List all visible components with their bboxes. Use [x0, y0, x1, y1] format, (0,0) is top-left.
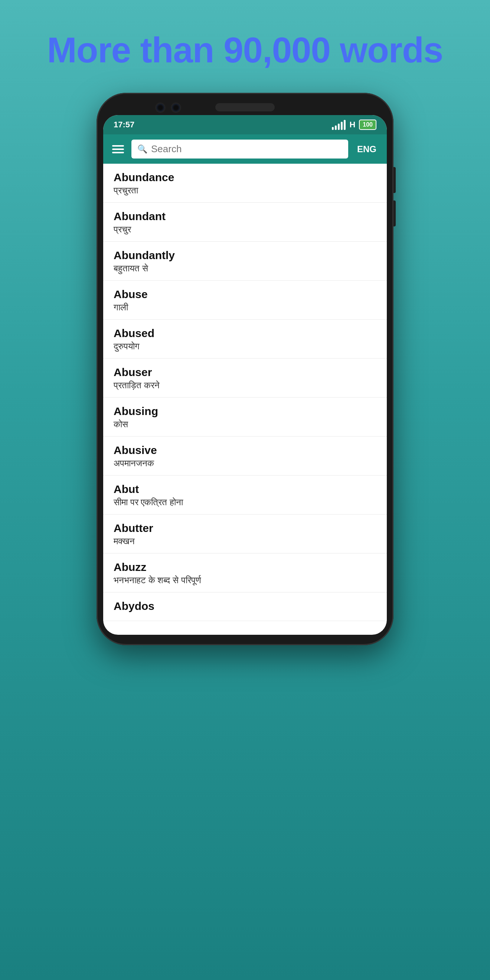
word-hindi: भनभनाहट के शब्द से परिपूर्ण: [114, 575, 376, 585]
camera-right: [171, 102, 181, 113]
word-english: Abused: [114, 327, 376, 340]
word-hindi: प्रचुरता: [114, 185, 376, 196]
word-hindi: दुरुपयोग: [114, 341, 376, 352]
search-input[interactable]: [151, 143, 342, 155]
word-hindi: प्रचुर: [114, 224, 376, 235]
signal-icon: [332, 120, 345, 130]
list-item[interactable]: Abusingकोस: [103, 398, 387, 436]
camera-left: [155, 102, 165, 113]
list-item[interactable]: Abundanceप्रचुरता: [103, 164, 387, 203]
phone-cameras: [155, 102, 181, 113]
list-item[interactable]: Abuseगाली: [103, 281, 387, 320]
list-item[interactable]: Abydos: [103, 592, 387, 621]
status-time: 17:57: [114, 120, 134, 130]
app-toolbar: 🔍 ENG: [103, 134, 387, 164]
hamburger-line-2: [112, 148, 124, 150]
signal-bar-2: [335, 126, 337, 130]
hamburger-line-3: [112, 152, 124, 153]
word-english: Abuser: [114, 366, 376, 379]
list-item[interactable]: Abutterमक्खन: [103, 514, 387, 554]
word-english: Abundance: [114, 171, 376, 184]
status-right-icons: H 100: [332, 119, 376, 130]
word-hindi: अपमानजनक: [114, 458, 376, 468]
phone-outer-frame: 17:57 H 100: [97, 93, 393, 645]
search-icon: 🔍: [137, 145, 147, 154]
word-hindi: बहुतायत से: [114, 263, 376, 274]
search-box[interactable]: 🔍: [131, 140, 348, 159]
word-hindi: मक्खन: [114, 536, 376, 546]
list-item[interactable]: Abusedदुरुपयोग: [103, 320, 387, 359]
list-item[interactable]: Abundantप्रचुर: [103, 203, 387, 242]
word-hindi: प्रताड़ित करने: [114, 380, 376, 390]
word-english: Abusing: [114, 405, 376, 418]
list-item[interactable]: Abuzzभनभनाहट के शब्द से परिपूर्ण: [103, 554, 387, 592]
word-list: Abundanceप्रचुरताAbundantप्रचुरAbundantl…: [103, 164, 387, 621]
language-button[interactable]: ENG: [353, 141, 380, 158]
phone-mockup: 17:57 H 100: [97, 93, 393, 645]
word-hindi: सीमा पर एकत्रित होना: [114, 497, 376, 508]
word-english: Abut: [114, 483, 376, 496]
hero-title: More than 90,000 words: [0, 0, 490, 85]
signal-bar-1: [332, 127, 334, 130]
status-bar: 17:57 H 100: [103, 115, 387, 134]
word-hindi: कोस: [114, 419, 376, 430]
list-item[interactable]: Abuserप्रताड़ित करने: [103, 359, 387, 398]
word-hindi: गाली: [114, 302, 376, 313]
word-english: Abusive: [114, 444, 376, 457]
hamburger-line-1: [112, 145, 124, 146]
signal-bar-4: [341, 122, 343, 130]
phone-speaker: [215, 103, 275, 111]
phone-screen: 17:57 H 100: [103, 115, 387, 635]
signal-bar-3: [338, 124, 340, 130]
word-english: Abutter: [114, 522, 376, 535]
word-english: Abundant: [114, 210, 376, 223]
list-item[interactable]: Abusiveअपमानजनक: [103, 436, 387, 476]
battery-indicator: 100: [359, 119, 376, 130]
word-english: Abuse: [114, 288, 376, 301]
phone-notch: [103, 103, 387, 111]
word-english: Abundantly: [114, 249, 376, 262]
hamburger-menu-button[interactable]: [110, 143, 126, 156]
word-english: Abydos: [114, 600, 376, 612]
list-item[interactable]: Abundantlyबहुतायत से: [103, 242, 387, 281]
signal-type: H: [349, 120, 355, 130]
signal-bar-5: [344, 120, 345, 130]
list-item[interactable]: Abutसीमा पर एकत्रित होना: [103, 476, 387, 514]
word-english: Abuzz: [114, 561, 376, 574]
